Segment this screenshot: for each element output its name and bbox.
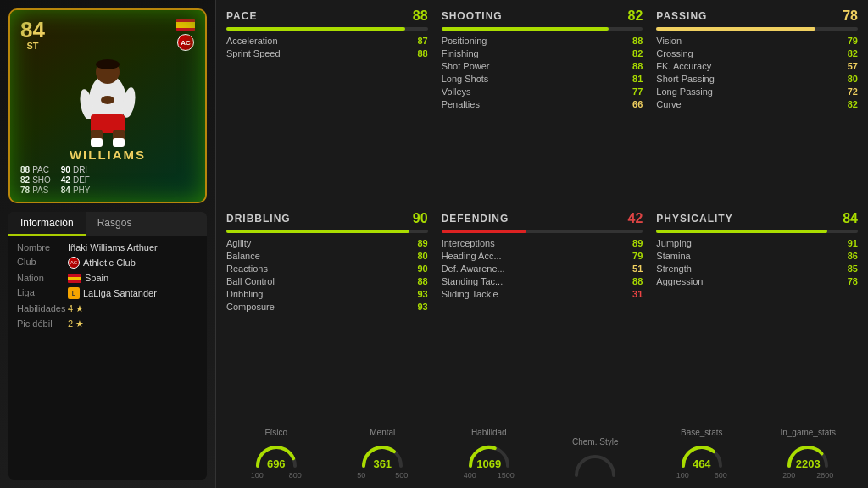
stat-bar-fill [442,230,527,233]
stat-cat-header-shooting: SHOOTING82 [442,8,643,24]
info-content: Nombre Iñaki Williams Arthuer Club AC At… [8,236,207,341]
stat-row-name: Ball Control [226,276,275,286]
stat-row: Aggression78 [656,276,858,286]
stat-row-name: Sliding Tackle [442,289,498,299]
stat-row-val: 87 [417,36,427,46]
stat-cat-name: PACE [226,10,257,22]
stat-row-val: 93 [417,302,427,312]
card-position: ST [26,41,38,51]
stat-row-name: Acceleration [226,36,278,46]
gauge-value: 2203 [796,458,821,470]
tab-rasgos[interactable]: Rasgos [86,212,144,236]
stat-row-name: Def. Awarene... [442,263,505,274]
stat-row-name: Dribbling [226,289,263,299]
stat-row: Def. Awarene...51 [442,263,643,274]
stat-cat-value: 42 [628,211,643,226]
stat-row-val: 89 [417,238,427,248]
stat-bar-fill [226,230,409,233]
stat-row-name: Aggression [656,276,703,286]
stat-row: Ball Control88 [226,276,428,286]
gauge-range: 100600 [676,471,727,480]
mini-spain-flag [68,274,81,283]
stat-rows: Interceptions89Heading Acc...79Def. Awar… [442,238,643,299]
stat-row-name: Shot Power [442,61,490,71]
stat-row-name: Volleys [442,86,471,97]
stat-row-val: 93 [417,289,427,299]
bottom-gauges: Físico 696100800Mental 36150500Habilidad… [226,412,858,480]
card-stat-phy: 84 PHY [61,186,91,195]
card-stat-pac: 88 PAC [20,165,51,175]
stat-row-val: 86 [848,251,858,261]
stat-cat-value: 90 [413,211,428,226]
stat-rows: Positioning88Finishing82Shot Power88Long… [442,36,643,109]
gauge-range: 50500 [357,471,408,480]
stat-row: Heading Acc...79 [442,251,643,261]
stat-row-name: Long Shots [442,74,489,84]
info-pic-value: 2 ★ [68,319,84,330]
player-silhouette [65,53,150,147]
stat-row: Short Passing80 [656,74,858,84]
gauge-range: 4001500 [464,471,515,480]
gauge-range: 100800 [251,471,302,480]
info-liga-label: Liga [17,287,68,297]
stat-row-name: Agility [226,238,251,248]
stat-row-val: 82 [632,48,643,58]
stat-cat-value: 84 [843,211,858,226]
stat-row-name: Vision [656,36,682,46]
card-stat-sho: 82 SHO [20,175,51,185]
stat-bar-fill [656,230,827,233]
card-stats-col-left: 88 PAC 82 SHO 78 PAS [20,165,51,195]
stat-cat-header-pace: PACE88 [226,8,428,24]
stat-category-physicality: PHYSICALITY84Jumping91Stamina86Strength8… [656,211,858,407]
stat-bar-bg [442,27,643,30]
stat-row: Long Shots81 [442,74,643,84]
stat-row-name: Long Passing [656,86,713,97]
stat-row-val: 72 [848,86,858,97]
stat-row-val: 90 [417,263,427,274]
stat-category-dribbling: DRIBBLING90Agility89Balance80Reactions90… [226,211,428,407]
info-club-row: Club AC Athletic Club [17,257,198,269]
info-habilidades-label: Habilidades [17,303,68,313]
stat-row-val: 51 [632,263,643,274]
info-club-value: AC Athletic Club [68,257,136,269]
stat-row: Reactions90 [226,263,428,274]
gauge-arc: 2203 [782,441,833,470]
stat-row-val: 80 [848,74,858,84]
stat-row-name: Short Passing [656,74,714,84]
gauge-arc: 696 [251,441,302,470]
card-top: 84 ST AC [17,17,198,53]
stat-row-val: 89 [632,238,643,248]
stat-row-name: Stamina [656,251,690,261]
stat-row: Penalties66 [442,99,643,109]
stat-bar-bg [442,230,643,233]
stat-row: Composure93 [226,302,428,312]
stat-cat-header-passing: PASSING78 [656,8,858,24]
card-stat-dri: 90 DRI [61,165,91,175]
stat-row-name: Penalties [442,99,480,109]
card-rating: 84 [20,19,45,41]
gauge-habilidad: Habilidad 10694001500 [439,428,539,480]
gauge-label: In_game_stats [780,428,836,437]
stat-row: Volleys77 [442,86,643,97]
player-image-area [17,53,198,147]
card-player-name: WILLIAMS [70,147,146,162]
stat-row: FK. Accuracy57 [656,61,858,71]
stat-row-val: 82 [848,99,858,109]
stat-row: Shot Power88 [442,61,643,71]
info-liga-value: L LaLiga Santander [68,287,157,299]
left-panel: 84 ST AC [0,0,216,488]
tab-informacion[interactable]: Información [8,212,86,236]
stat-category-pace: PACE88Acceleration87Sprint Speed88 [226,8,428,204]
info-nombre-value: Iñaki Williams Arthuer [68,242,158,252]
stat-bar-bg [226,230,428,233]
info-panel: Información Rasgos Nombre Iñaki Williams… [8,212,207,480]
stat-row-name: Curve [656,99,681,109]
stat-cat-name: DEFENDING [442,213,509,225]
stat-row: Crossing82 [656,48,858,58]
stat-row-name: Jumping [656,238,692,248]
stat-category-defending: DEFENDING42Interceptions89Heading Acc...… [442,211,643,407]
stats-grid: PACE88Acceleration87Sprint Speed88SHOOTI… [226,8,858,407]
stat-row-name: Interceptions [442,238,495,248]
stat-bar-bg [656,27,858,30]
stat-row-val: 88 [632,61,643,71]
